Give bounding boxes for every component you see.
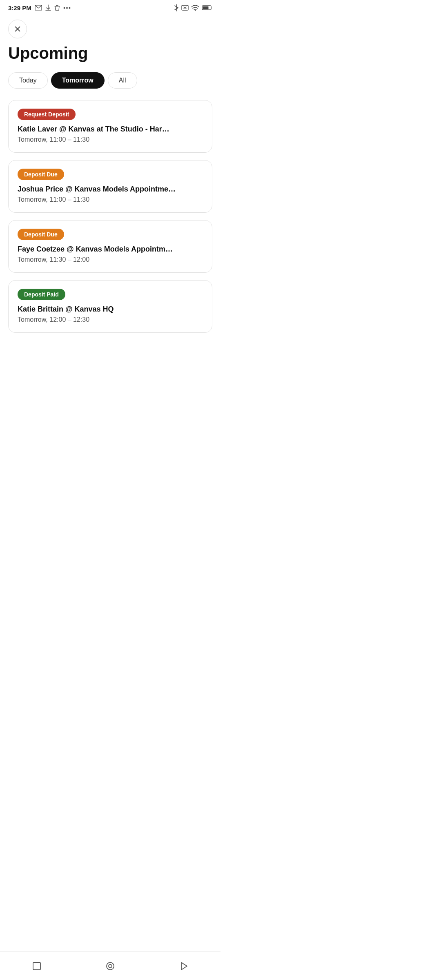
- tab-tomorrow[interactable]: Tomorrow: [51, 72, 105, 89]
- svg-point-1: [66, 7, 68, 9]
- card-time-4: Tomorrow, 12:00 – 12:30: [18, 316, 203, 323]
- trash-icon: [54, 4, 60, 11]
- card-title-4: Katie Brittain @ Kanvas HQ: [18, 305, 203, 314]
- badge-request-deposit-1: Request Deposit: [18, 109, 76, 120]
- svg-point-0: [63, 7, 65, 9]
- tab-today[interactable]: Today: [8, 72, 48, 89]
- battery-icon: [202, 5, 212, 11]
- bluetooth-icon: [174, 4, 179, 11]
- card-time-1: Tomorrow, 11:00 – 11:30: [18, 136, 203, 143]
- svg-point-2: [69, 7, 70, 9]
- tab-all[interactable]: All: [108, 72, 137, 89]
- card-title-3: Faye Coetzee @ Kanvas Models Appointm…: [18, 245, 203, 254]
- badge-deposit-paid-4: Deposit Paid: [18, 289, 65, 300]
- card-title-1: Katie Laver @ Kanvas at The Studio - Har…: [18, 125, 203, 134]
- more-icon: [63, 7, 71, 9]
- wifi-icon: [191, 5, 199, 11]
- close-button[interactable]: [8, 20, 27, 38]
- filter-tabs: Today Tomorrow All: [0, 72, 220, 89]
- svg-rect-7: [203, 7, 209, 9]
- status-time: 3:29 PM: [8, 4, 31, 11]
- badge-deposit-due-2: Deposit Due: [18, 169, 64, 180]
- card-time-2: Tomorrow, 11:00 – 11:30: [18, 196, 203, 203]
- appointment-card-3[interactable]: Deposit Due Faye Coetzee @ Kanvas Models…: [8, 220, 212, 273]
- status-left: 3:29 PM: [8, 4, 71, 11]
- download-icon: [45, 4, 51, 11]
- svg-point-5: [195, 10, 196, 11]
- appointment-card-2[interactable]: Deposit Due Joshua Price @ Kanvas Models…: [8, 160, 212, 213]
- badge-deposit-due-3: Deposit Due: [18, 229, 64, 240]
- signal-close-icon: [181, 5, 189, 11]
- appointment-card-1[interactable]: Request Deposit Katie Laver @ Kanvas at …: [8, 100, 212, 153]
- page-title: Upcoming: [0, 44, 220, 62]
- status-bar: 3:29 PM: [0, 0, 220, 14]
- card-time-3: Tomorrow, 11:30 – 12:00: [18, 256, 203, 263]
- close-icon: [14, 25, 21, 33]
- appointment-card-4[interactable]: Deposit Paid Katie Brittain @ Kanvas HQ …: [8, 280, 212, 333]
- status-right: [174, 4, 212, 11]
- gmail-icon: [35, 5, 42, 11]
- card-title-2: Joshua Price @ Kanvas Models Appointme…: [18, 185, 203, 194]
- cards-list: Request Deposit Katie Laver @ Kanvas at …: [0, 100, 220, 345]
